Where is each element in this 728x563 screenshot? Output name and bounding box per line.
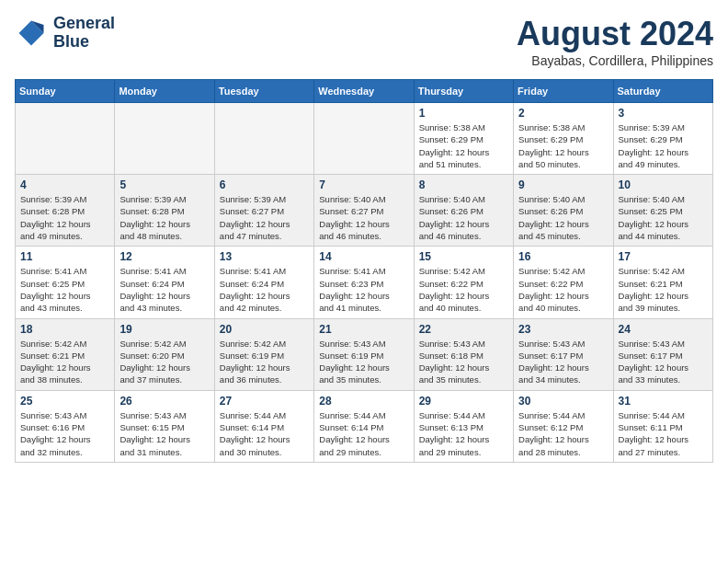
day-number: 13: [220, 250, 309, 263]
day-number: 24: [619, 323, 708, 336]
day-cell-9: 9Sunrise: 5:40 AM Sunset: 6:26 PM Daylig…: [514, 175, 613, 247]
weekday-header-tuesday: Tuesday: [214, 80, 313, 103]
calendar-table: SundayMondayTuesdayWednesdayThursdayFrid…: [15, 79, 713, 463]
day-cell-20: 20Sunrise: 5:42 AM Sunset: 6:19 PM Dayli…: [214, 318, 313, 390]
day-number: 20: [220, 323, 309, 336]
empty-cell: [115, 103, 214, 175]
week-row-4: 25Sunrise: 5:43 AM Sunset: 6:16 PM Dayli…: [16, 390, 713, 462]
day-number: 17: [619, 250, 708, 263]
day-info: Sunrise: 5:42 AM Sunset: 6:22 PM Dayligh…: [518, 265, 608, 314]
day-number: 26: [119, 395, 209, 408]
day-number: 4: [20, 178, 109, 191]
day-number: 9: [518, 178, 608, 191]
day-number: 5: [119, 178, 209, 191]
weekday-header-wednesday: Wednesday: [314, 80, 414, 103]
day-number: 19: [119, 323, 209, 336]
day-cell-4: 4Sunrise: 5:39 AM Sunset: 6:28 PM Daylig…: [16, 175, 115, 247]
day-info: Sunrise: 5:40 AM Sunset: 6:25 PM Dayligh…: [619, 193, 708, 242]
empty-cell: [214, 103, 313, 175]
weekday-header-thursday: Thursday: [414, 80, 513, 103]
day-cell-11: 11Sunrise: 5:41 AM Sunset: 6:25 PM Dayli…: [16, 247, 115, 318]
week-row-1: 4Sunrise: 5:39 AM Sunset: 6:28 PM Daylig…: [16, 175, 713, 247]
day-cell-3: 3Sunrise: 5:39 AM Sunset: 6:29 PM Daylig…: [613, 103, 712, 175]
day-number: 28: [319, 395, 408, 408]
day-info: Sunrise: 5:42 AM Sunset: 6:21 PM Dayligh…: [619, 265, 708, 314]
day-info: Sunrise: 5:44 AM Sunset: 6:11 PM Dayligh…: [619, 409, 708, 458]
day-cell-2: 2Sunrise: 5:38 AM Sunset: 6:29 PM Daylig…: [514, 103, 613, 175]
day-cell-23: 23Sunrise: 5:43 AM Sunset: 6:17 PM Dayli…: [514, 318, 613, 390]
day-number: 7: [319, 178, 408, 191]
day-info: Sunrise: 5:40 AM Sunset: 6:26 PM Dayligh…: [419, 193, 508, 242]
day-number: 1: [419, 107, 508, 120]
weekday-header-row: SundayMondayTuesdayWednesdayThursdayFrid…: [16, 80, 713, 103]
day-info: Sunrise: 5:39 AM Sunset: 6:28 PM Dayligh…: [119, 193, 209, 242]
day-cell-1: 1Sunrise: 5:38 AM Sunset: 6:29 PM Daylig…: [414, 103, 513, 175]
day-info: Sunrise: 5:42 AM Sunset: 6:21 PM Dayligh…: [20, 338, 109, 386]
day-cell-25: 25Sunrise: 5:43 AM Sunset: 6:16 PM Dayli…: [16, 390, 115, 462]
week-row-0: 1Sunrise: 5:38 AM Sunset: 6:29 PM Daylig…: [16, 103, 713, 175]
day-number: 15: [419, 250, 508, 263]
day-info: Sunrise: 5:39 AM Sunset: 6:27 PM Dayligh…: [220, 193, 309, 242]
day-info: Sunrise: 5:41 AM Sunset: 6:24 PM Dayligh…: [119, 265, 209, 314]
empty-cell: [314, 103, 414, 175]
day-info: Sunrise: 5:42 AM Sunset: 6:22 PM Dayligh…: [419, 265, 508, 314]
day-cell-18: 18Sunrise: 5:42 AM Sunset: 6:21 PM Dayli…: [16, 318, 115, 390]
day-info: Sunrise: 5:43 AM Sunset: 6:18 PM Dayligh…: [419, 338, 508, 386]
day-cell-24: 24Sunrise: 5:43 AM Sunset: 6:17 PM Dayli…: [613, 318, 712, 390]
day-number: 8: [419, 178, 508, 191]
day-cell-26: 26Sunrise: 5:43 AM Sunset: 6:15 PM Dayli…: [115, 390, 214, 462]
day-number: 12: [119, 250, 209, 263]
day-cell-17: 17Sunrise: 5:42 AM Sunset: 6:21 PM Dayli…: [613, 247, 712, 318]
day-cell-14: 14Sunrise: 5:41 AM Sunset: 6:23 PM Dayli…: [314, 247, 414, 318]
day-cell-15: 15Sunrise: 5:42 AM Sunset: 6:22 PM Dayli…: [414, 247, 513, 318]
day-number: 23: [518, 323, 608, 336]
day-cell-22: 22Sunrise: 5:43 AM Sunset: 6:18 PM Dayli…: [414, 318, 513, 390]
day-number: 18: [20, 323, 109, 336]
day-cell-28: 28Sunrise: 5:44 AM Sunset: 6:14 PM Dayli…: [314, 390, 414, 462]
day-info: Sunrise: 5:41 AM Sunset: 6:25 PM Dayligh…: [20, 265, 109, 314]
title-block: August 2024 Bayabas, Cordillera, Philipp…: [517, 15, 713, 68]
day-info: Sunrise: 5:44 AM Sunset: 6:14 PM Dayligh…: [220, 409, 309, 458]
day-cell-7: 7Sunrise: 5:40 AM Sunset: 6:27 PM Daylig…: [314, 175, 414, 247]
day-number: 10: [619, 178, 708, 191]
day-number: 27: [220, 395, 309, 408]
day-info: Sunrise: 5:43 AM Sunset: 6:15 PM Dayligh…: [119, 409, 209, 458]
day-cell-21: 21Sunrise: 5:43 AM Sunset: 6:19 PM Dayli…: [314, 318, 414, 390]
day-cell-31: 31Sunrise: 5:44 AM Sunset: 6:11 PM Dayli…: [613, 390, 712, 462]
day-number: 11: [20, 250, 109, 263]
weekday-header-monday: Monday: [115, 80, 214, 103]
day-cell-5: 5Sunrise: 5:39 AM Sunset: 6:28 PM Daylig…: [115, 175, 214, 247]
weekday-header-friday: Friday: [514, 80, 613, 103]
week-row-2: 11Sunrise: 5:41 AM Sunset: 6:25 PM Dayli…: [16, 247, 713, 318]
day-info: Sunrise: 5:42 AM Sunset: 6:19 PM Dayligh…: [220, 338, 309, 386]
day-info: Sunrise: 5:38 AM Sunset: 6:29 PM Dayligh…: [419, 121, 508, 170]
day-info: Sunrise: 5:44 AM Sunset: 6:12 PM Dayligh…: [518, 409, 608, 458]
day-number: 25: [20, 395, 109, 408]
empty-cell: [16, 103, 115, 175]
day-cell-8: 8Sunrise: 5:40 AM Sunset: 6:26 PM Daylig…: [414, 175, 513, 247]
day-info: Sunrise: 5:43 AM Sunset: 6:19 PM Dayligh…: [319, 338, 408, 386]
day-info: Sunrise: 5:41 AM Sunset: 6:23 PM Dayligh…: [319, 265, 408, 314]
day-info: Sunrise: 5:44 AM Sunset: 6:13 PM Dayligh…: [419, 409, 508, 458]
day-cell-16: 16Sunrise: 5:42 AM Sunset: 6:22 PM Dayli…: [514, 247, 613, 318]
day-number: 6: [220, 178, 309, 191]
calendar-subtitle: Bayabas, Cordillera, Philippines: [517, 53, 713, 68]
day-number: 21: [319, 323, 408, 336]
week-row-3: 18Sunrise: 5:42 AM Sunset: 6:21 PM Dayli…: [16, 318, 713, 390]
day-cell-19: 19Sunrise: 5:42 AM Sunset: 6:20 PM Dayli…: [115, 318, 214, 390]
day-info: Sunrise: 5:43 AM Sunset: 6:17 PM Dayligh…: [619, 338, 708, 386]
day-info: Sunrise: 5:40 AM Sunset: 6:27 PM Dayligh…: [319, 193, 408, 242]
day-info: Sunrise: 5:43 AM Sunset: 6:16 PM Dayligh…: [20, 409, 109, 458]
day-info: Sunrise: 5:38 AM Sunset: 6:29 PM Dayligh…: [518, 121, 608, 170]
day-cell-10: 10Sunrise: 5:40 AM Sunset: 6:25 PM Dayli…: [613, 175, 712, 247]
day-number: 16: [518, 250, 608, 263]
day-number: 3: [619, 107, 708, 120]
logo: General Blue: [15, 15, 115, 52]
day-number: 14: [319, 250, 408, 263]
day-number: 2: [518, 107, 608, 120]
weekday-header-sunday: Sunday: [16, 80, 115, 103]
day-info: Sunrise: 5:43 AM Sunset: 6:17 PM Dayligh…: [518, 338, 608, 386]
day-info: Sunrise: 5:44 AM Sunset: 6:14 PM Dayligh…: [319, 409, 408, 458]
logo-icon: [15, 17, 48, 50]
day-number: 22: [419, 323, 508, 336]
